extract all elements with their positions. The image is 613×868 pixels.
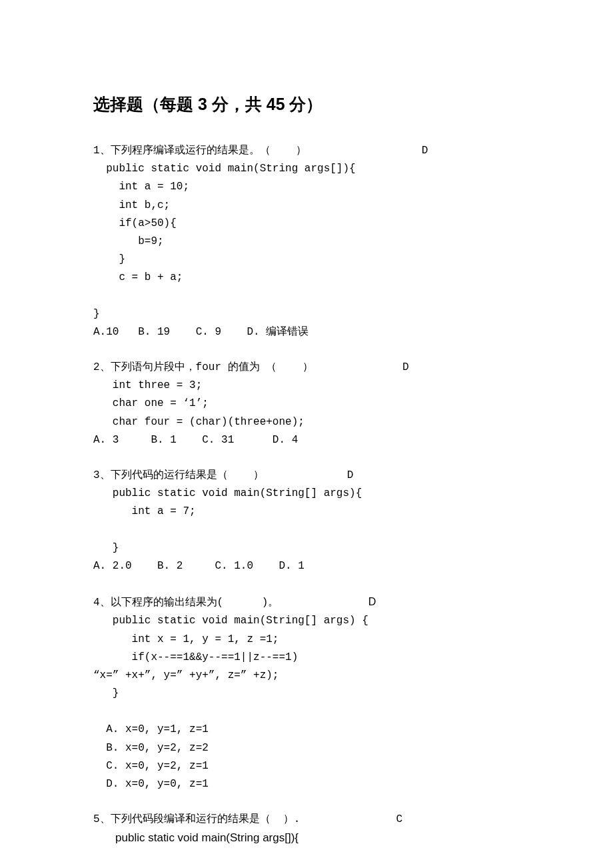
question-1: 1、下列程序编译或运行的结果是。（ ） D public static void… (93, 142, 520, 341)
q4-option-b: B. x=0, y=2, z=2 (93, 742, 209, 754)
q2-answer: D (402, 361, 409, 373)
q5-answer: C (396, 813, 402, 825)
q4-code-line: } (93, 687, 119, 699)
q1-code-line: } (93, 308, 100, 320)
q3-stem: 3、下列代码的运行结果是（ ） (93, 469, 264, 481)
section-heading: 选择题（每题 3 分，共 45 分） (93, 93, 520, 115)
q3-code-line: int a = 7; (93, 505, 196, 517)
q5-code-line: public static void main(String args[]){ (93, 831, 299, 844)
document-page: 选择题（每题 3 分，共 45 分） 1、下列程序编译或运行的结果是。（ ） D… (0, 0, 613, 868)
q1-code-line: if(a>50){ (93, 217, 177, 229)
q4-code-line: int x = 1, y = 1, z =1; (93, 633, 279, 645)
q1-code-line: public static void main(String args[]){ (93, 163, 356, 175)
q1-code-line: c = b + a; (93, 271, 183, 283)
q4-stem: 4、以下程序的输出结果为( )。 (93, 597, 279, 609)
q2-stem: 2、下列语句片段中，four 的值为 （ ） (93, 361, 313, 373)
q1-code-line: int b,c; (93, 199, 170, 211)
q4-code-line: “x=” +x+”, y=” +y+”, z=” +z); (93, 669, 279, 681)
q2-code-line: int three = 3; (93, 379, 202, 391)
q5-stem: 5、下列代码段编译和运行的结果是（ ）. (93, 813, 300, 825)
q4-option-d: D. x=0, y=0, z=1 (93, 778, 209, 790)
q2-code-line: char four = (char)(three+one); (93, 416, 305, 428)
q1-code-line: b=9; (93, 235, 164, 247)
question-2: 2、下列语句片段中，four 的值为 （ ） D int three = 3; … (93, 359, 520, 449)
question-4: 4、以下程序的输出结果为( )。 D public static void ma… (93, 593, 520, 793)
question-5: 5、下列代码段编译和运行的结果是（ ）. C public static voi… (93, 811, 520, 848)
q3-answer: D (347, 469, 354, 481)
q3-code-line: public static void main(String[] args){ (93, 487, 362, 499)
q4-code-line: public static void main(String[] args) { (93, 615, 368, 627)
q4-option-a: A. x=0, y=1, z=1 (93, 723, 209, 735)
q2-options: A. 3 B. 1 C. 31 D. 4 (93, 434, 298, 446)
q4-code-line: if(x--==1&&y--==1||z--==1) (93, 651, 298, 663)
q1-options: A.10 B. 19 C. 9 D. 编译错误 (93, 326, 308, 338)
q1-code-line: } (93, 253, 125, 265)
question-3: 3、下列代码的运行结果是（ ） D public static void mai… (93, 467, 520, 575)
q3-options: A. 2.0 B. 2 C. 1.0 D. 1 (93, 560, 305, 572)
q1-answer: D (422, 145, 428, 157)
q1-stem: 1、下列程序编译或运行的结果是。（ ） (93, 145, 306, 157)
q4-answer: D (368, 596, 376, 607)
q1-code-line: int a = 10; (93, 181, 189, 193)
q4-option-c: C. x=0, y=2, z=1 (93, 760, 209, 772)
q3-code-line: } (93, 542, 119, 554)
q2-code-line: char one = ‘1’; (93, 397, 209, 409)
